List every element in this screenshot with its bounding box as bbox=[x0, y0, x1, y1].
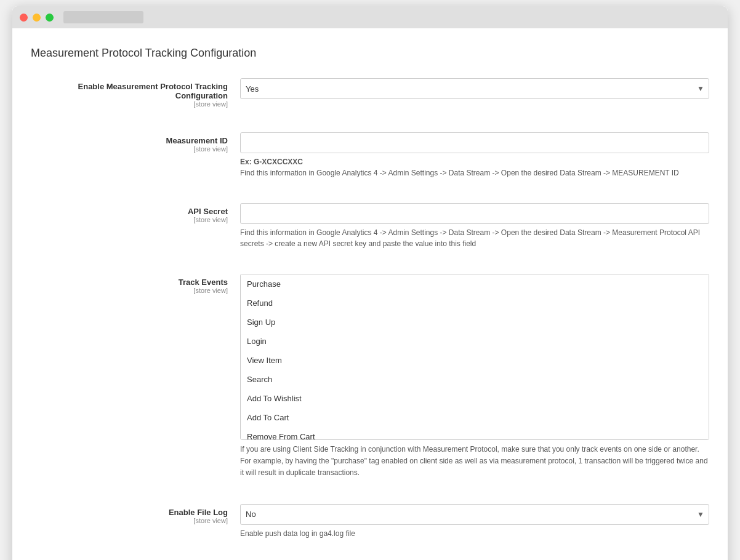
enable-tracking-select-wrapper: Yes No ▼ bbox=[240, 78, 709, 99]
enable-tracking-field-col: Yes No ▼ bbox=[240, 78, 709, 99]
track-events-sublabel: [store view] bbox=[31, 287, 228, 294]
enable-tracking-sublabel: [store view] bbox=[31, 100, 228, 108]
api-secret-row: API Secret [store view] Find this inform… bbox=[31, 203, 709, 262]
measurement-id-label-col: Measurement ID [store view] bbox=[31, 132, 240, 153]
enable-file-log-label: Enable File Log bbox=[31, 508, 228, 517]
enable-tracking-row: Enable Measurement Protocol Tracking Con… bbox=[31, 78, 709, 120]
api-secret-input[interactable] bbox=[240, 203, 709, 224]
close-button[interactable] bbox=[20, 14, 28, 22]
form-section: Enable Measurement Protocol Tracking Con… bbox=[31, 78, 709, 560]
measurement-id-field-col: Ex: G-XCXCCXXC Find this information in … bbox=[240, 132, 709, 178]
track-events-list[interactable]: PurchaseRefundSign UpLoginView ItemSearc… bbox=[240, 274, 709, 440]
list-item[interactable]: Purchase bbox=[241, 274, 709, 294]
measurement-id-sublabel: [store view] bbox=[31, 145, 228, 153]
api-secret-hint: Find this information in Google Analytic… bbox=[240, 227, 709, 249]
list-item[interactable]: Search bbox=[241, 370, 709, 389]
enable-tracking-label-col: Enable Measurement Protocol Tracking Con… bbox=[31, 78, 240, 108]
track-events-label-col: Track Events [store view] bbox=[31, 274, 240, 294]
enable-file-log-select-wrapper: No Yes ▼ bbox=[240, 504, 709, 525]
api-secret-sublabel: [store view] bbox=[31, 216, 228, 223]
enable-file-log-select[interactable]: No Yes bbox=[240, 504, 709, 525]
list-item[interactable]: Sign Up bbox=[241, 313, 709, 332]
enable-file-log-row: Enable File Log [store view] No Yes ▼ En… bbox=[31, 504, 709, 551]
list-item[interactable]: Refund bbox=[241, 294, 709, 313]
app-window: Measurement Protocol Tracking Configurat… bbox=[12, 6, 728, 560]
track-events-field-col: PurchaseRefundSign UpLoginView ItemSearc… bbox=[240, 274, 709, 479]
measurement-id-row: Measurement ID [store view] Ex: G-XCXCCX… bbox=[31, 132, 709, 191]
maximize-button[interactable] bbox=[46, 14, 54, 22]
track-events-row: Track Events [store view] PurchaseRefund… bbox=[31, 274, 709, 492]
page-title: Measurement Protocol Tracking Configurat… bbox=[31, 47, 709, 60]
measurement-id-input[interactable] bbox=[240, 132, 709, 153]
enable-file-log-field-col: No Yes ▼ Enable push data log in ga4.log… bbox=[240, 504, 709, 539]
enable-tracking-select[interactable]: Yes No bbox=[240, 78, 709, 99]
page-content: Measurement Protocol Tracking Configurat… bbox=[12, 28, 728, 560]
enable-file-log-sublabel: [store view] bbox=[31, 517, 228, 524]
list-item[interactable]: Login bbox=[241, 332, 709, 351]
track-events-warning: If you are using Client Side Tracking in… bbox=[240, 444, 709, 479]
api-secret-label-col: API Secret [store view] bbox=[31, 203, 240, 223]
enable-file-log-label-col: Enable File Log [store view] bbox=[31, 504, 240, 524]
api-secret-field-col: Find this information in Google Analytic… bbox=[240, 203, 709, 249]
list-item[interactable]: Remove From Cart bbox=[241, 427, 709, 440]
minimize-button[interactable] bbox=[33, 14, 41, 22]
measurement-id-hint-text: Find this information in Google Analytic… bbox=[240, 169, 679, 177]
api-secret-label: API Secret bbox=[31, 207, 228, 216]
titlebar-bar bbox=[63, 11, 143, 23]
measurement-id-hint-bold: Ex: G-XCXCCXXC bbox=[240, 158, 303, 166]
list-item[interactable]: Add To Wishlist bbox=[241, 389, 709, 408]
list-item[interactable]: Add To Cart bbox=[241, 408, 709, 427]
measurement-id-label: Measurement ID bbox=[31, 136, 228, 145]
list-item[interactable]: View Item bbox=[241, 351, 709, 370]
track-events-label: Track Events bbox=[31, 278, 228, 287]
enable-tracking-label: Enable Measurement Protocol Tracking Con… bbox=[31, 82, 228, 100]
measurement-id-hint: Ex: G-XCXCCXXC Find this information in … bbox=[240, 156, 709, 178]
enable-file-log-hint: Enable push data log in ga4.log file bbox=[240, 528, 709, 539]
titlebar bbox=[12, 6, 728, 28]
